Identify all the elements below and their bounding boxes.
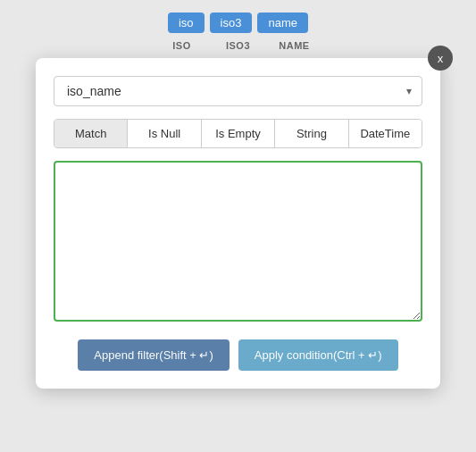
- field-dropdown-wrap: iso_name ▾: [54, 76, 422, 106]
- filter-modal: x iso_name ▾ Match Is Null Is Empty Stri…: [36, 58, 440, 389]
- append-filter-button[interactable]: Append filter(Shift + ↵): [78, 339, 229, 371]
- filter-tabs: Match Is Null Is Empty String DateTime: [54, 119, 422, 148]
- col-label-iso3: ISO3: [213, 40, 263, 51]
- column-tags: iso iso3 name: [0, 0, 476, 38]
- tab-datetime[interactable]: DateTime: [349, 120, 422, 147]
- col-tag-name[interactable]: name: [257, 13, 308, 33]
- field-dropdown[interactable]: iso_name: [54, 76, 422, 106]
- filter-input[interactable]: [54, 161, 422, 322]
- col-tag-iso[interactable]: iso: [168, 13, 205, 33]
- column-labels: ISO ISO3 NAME: [0, 38, 476, 58]
- tab-is-empty[interactable]: Is Empty: [202, 120, 275, 147]
- apply-condition-button[interactable]: Apply condition(Ctrl + ↵): [238, 339, 398, 371]
- action-buttons: Append filter(Shift + ↵) Apply condition…: [54, 339, 422, 371]
- tab-match[interactable]: Match: [54, 120, 128, 147]
- col-label-iso: ISO: [156, 40, 207, 51]
- tab-is-null[interactable]: Is Null: [128, 120, 201, 147]
- close-button[interactable]: x: [428, 46, 453, 71]
- col-tag-iso3[interactable]: iso3: [210, 13, 253, 33]
- tab-string[interactable]: String: [275, 120, 348, 147]
- col-label-name: NAME: [269, 40, 320, 51]
